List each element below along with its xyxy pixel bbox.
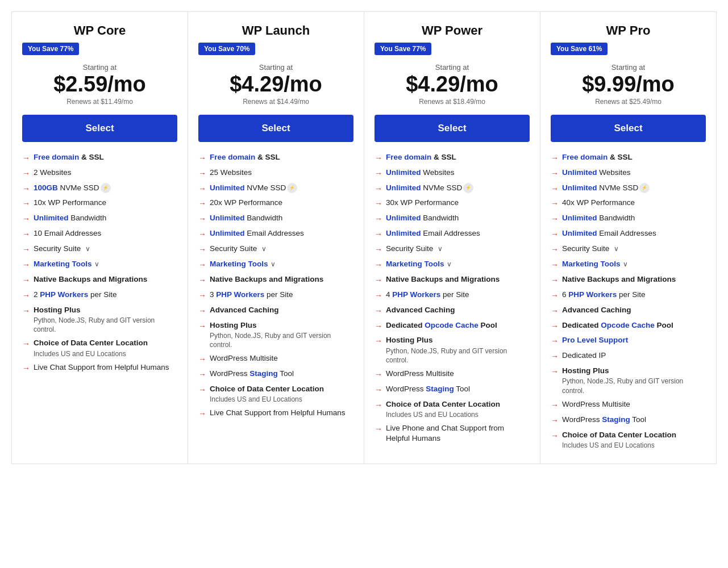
- arrow-icon: →: [22, 244, 30, 255]
- starting-at-wp-pro: Starting at: [551, 63, 706, 72]
- arrow-icon: →: [375, 260, 382, 270]
- select-button-wp-launch[interactable]: Select: [198, 115, 353, 142]
- list-item: →Live Phone and Chat Support from Helpfu…: [375, 423, 530, 444]
- feature-text: WordPress Multisite: [562, 399, 706, 410]
- feature-text: 100GB NVMe SSD⚡: [34, 183, 177, 193]
- arrow-icon: →: [551, 306, 559, 316]
- feature-subtext: Includes US and EU Locations: [210, 395, 353, 404]
- feature-text: Hosting PlusPython, Node.JS, Ruby and GI…: [562, 366, 706, 395]
- list-item: →Unlimited Email Addresses: [198, 228, 353, 240]
- select-button-wp-core[interactable]: Select: [22, 115, 177, 142]
- feature-text: Free domain & SSL: [386, 152, 530, 162]
- feature-text: Live Chat Support from Helpful Humans: [210, 408, 353, 418]
- arrow-icon: →: [551, 366, 559, 377]
- feature-text: Unlimited Email Addresses: [562, 228, 706, 239]
- save-badge-wp-pro: You Save 61%: [551, 43, 706, 63]
- starting-at-wp-core: Starting at: [22, 63, 177, 72]
- plan-title-wp-power: WP Power: [375, 23, 530, 38]
- renews-wp-launch: Renews at $14.49/mo: [198, 98, 353, 106]
- feature-text: Free domain & SSL: [562, 152, 706, 162]
- save-badge-wp-launch: You Save 70%: [198, 43, 353, 63]
- arrow-icon: →: [551, 229, 559, 240]
- list-item: →2 PHP Workers per Site: [22, 290, 177, 301]
- list-item: →Choice of Data Center LocationIncludes …: [198, 384, 353, 404]
- arrow-icon: →: [22, 339, 30, 349]
- feature-subtext: Includes US and EU Locations: [34, 349, 177, 358]
- list-item: →Unlimited Email Addresses: [551, 228, 706, 240]
- price-wp-core: $2.59/mo: [22, 73, 177, 97]
- plan-card-wp-launch: WP LaunchYou Save 70%Starting at$4.29/mo…: [188, 11, 364, 464]
- feature-text: 30x WP Performance: [386, 198, 530, 208]
- feature-subtext: Python, Node.JS, Ruby and GIT version co…: [210, 331, 353, 349]
- chevron-down-icon: ∨: [94, 260, 99, 268]
- arrow-icon: →: [551, 260, 559, 270]
- feature-subtext: Python, Node.JS, Ruby and GIT version co…: [386, 346, 530, 365]
- feature-text: Marketing Tools∨: [562, 259, 706, 269]
- arrow-icon: →: [551, 351, 559, 362]
- select-button-wp-pro[interactable]: Select: [551, 115, 706, 142]
- arrow-icon: →: [198, 198, 206, 209]
- arrow-icon: →: [375, 168, 382, 179]
- renews-wp-pro: Renews at $25.49/mo: [551, 98, 706, 106]
- arrow-icon: →: [198, 244, 206, 255]
- list-item: →Dedicated Opcode Cache Pool: [375, 320, 530, 332]
- arrow-icon: →: [22, 214, 30, 224]
- list-item: →Unlimited Bandwidth: [375, 213, 530, 224]
- chevron-down-icon: ∨: [83, 245, 90, 253]
- list-item: →Choice of Data Center LocationIncludes …: [375, 399, 530, 419]
- arrow-icon: →: [551, 275, 559, 286]
- feature-text: Security Suite ∨: [34, 244, 177, 254]
- feature-text: Unlimited Bandwidth: [34, 213, 177, 223]
- list-item: →Live Chat Support from Helpful Humans: [198, 408, 353, 419]
- feature-text: Dedicated Opcode Cache Pool: [386, 320, 530, 331]
- feature-text: Unlimited Websites: [386, 168, 530, 178]
- feature-text: Unlimited NVMe SSD⚡: [386, 183, 530, 193]
- feature-text: WordPress Staging Tool: [386, 384, 530, 394]
- features-list-wp-core: →Free domain & SSL→2 Websites→100GB NVMe…: [22, 152, 177, 374]
- arrow-icon: →: [198, 306, 206, 316]
- arrow-icon: →: [198, 385, 206, 395]
- arrow-icon: →: [198, 260, 206, 270]
- arrow-icon: →: [551, 153, 559, 164]
- features-list-wp-launch: →Free domain & SSL→25 Websites→Unlimited…: [198, 152, 353, 419]
- list-item: →Marketing Tools∨: [198, 259, 353, 270]
- list-item: →Native Backups and Migrations: [22, 274, 177, 286]
- renews-wp-power: Renews at $18.49/mo: [375, 98, 530, 106]
- list-item: →100GB NVMe SSD⚡: [22, 183, 177, 194]
- arrow-icon: →: [22, 229, 30, 240]
- feature-text: Native Backups and Migrations: [386, 274, 530, 285]
- speed-icon: ⚡: [101, 183, 111, 193]
- feature-text: 4 PHP Workers per Site: [386, 290, 530, 300]
- list-item: →Advanced Caching: [551, 305, 706, 316]
- arrow-icon: →: [198, 321, 206, 332]
- arrow-icon: →: [198, 214, 206, 224]
- list-item: →Dedicated IP: [551, 350, 706, 362]
- arrow-icon: →: [22, 153, 30, 164]
- list-item: →Hosting PlusPython, Node.JS, Ruby and G…: [198, 320, 353, 350]
- chevron-down-icon: ∨: [271, 260, 276, 268]
- chevron-down-icon: ∨: [259, 245, 266, 253]
- list-item: →WordPress Multisite: [375, 369, 530, 380]
- feature-subtext: Includes US and EU Locations: [386, 410, 530, 419]
- arrow-icon: →: [551, 290, 559, 301]
- plan-title-wp-core: WP Core: [22, 23, 177, 38]
- arrow-icon: →: [375, 336, 382, 346]
- arrow-icon: →: [375, 306, 382, 316]
- list-item: →Unlimited Bandwidth: [551, 213, 706, 224]
- list-item: →Unlimited Websites: [375, 168, 530, 179]
- feature-text: Security Suite ∨: [386, 244, 530, 254]
- feature-text: Unlimited Bandwidth: [210, 213, 353, 223]
- arrow-icon: →: [551, 244, 559, 255]
- select-button-wp-power[interactable]: Select: [375, 115, 530, 142]
- plan-title-wp-launch: WP Launch: [198, 23, 353, 38]
- list-item: →Free domain & SSL: [198, 152, 353, 164]
- list-item: →Marketing Tools∨: [375, 259, 530, 270]
- arrow-icon: →: [551, 321, 559, 332]
- arrow-icon: →: [22, 183, 30, 194]
- chevron-down-icon: ∨: [447, 260, 452, 268]
- renews-wp-core: Renews at $11.49/mo: [22, 98, 177, 106]
- feature-subtext: Python, Node.JS, Ruby and GIT version co…: [34, 316, 177, 334]
- arrow-icon: →: [551, 431, 559, 441]
- arrow-icon: →: [375, 214, 382, 224]
- speed-icon: ⚡: [463, 183, 473, 193]
